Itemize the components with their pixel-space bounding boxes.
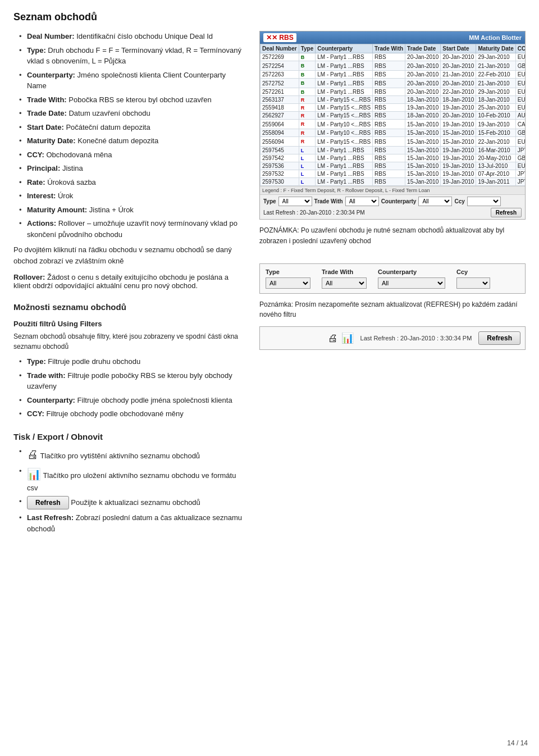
filter-section: Type Trade With Counterparty Ccy All All… [259,263,526,350]
td-tradedate: 20-Jan-2010 [405,88,441,96]
td-deal: 2597545 [261,147,299,154]
table-row[interactable]: 2572261 B LM - Party1 ...RBS RBS 20-Jan-… [261,88,526,96]
td-type: R [299,104,316,112]
th-ccy: CCY [515,44,525,53]
filter-refresh-button[interactable]: Refresh [478,331,520,345]
td-tradewith: RBS [373,53,405,61]
td-deal: 2572269 [261,53,299,61]
maturity-amount-item: Maturity Amount: Jistina + Úrok [19,204,246,216]
td-startdate: 20-Jan-2010 [441,61,476,71]
filter-counterparty-label: Counterparty [378,268,445,275]
type-text: Druh obchodu F = F = Termínovaný vklad, … [27,46,241,66]
td-startdate: 15-Jan-2010 [441,129,476,137]
filter-note: Poznámka: Prosím nezapomeňte seznam aktu… [259,299,526,320]
filter-icons: 🖨 📊 [328,332,354,344]
print-icon[interactable]: 🖨 [27,448,38,461]
td-counterparty: LM - Party1 ...RBS [316,147,373,154]
td-ccy: JPY [515,178,525,186]
td-type: B [299,71,316,79]
refresh-button[interactable]: Refresh [27,496,69,509]
export-icon[interactable]: 📊 [27,468,41,480]
td-tradedate: 20-Jan-2010 [405,53,441,61]
moznosti-title: Možnosti seznamu obchodů [13,302,246,312]
rbs-tradewith-select[interactable]: All [345,197,379,206]
table-row[interactable]: 2597536 L LM - Party1 ...RBS RBS 15-Jan-… [261,162,526,170]
filter-type-select[interactable]: All [266,277,310,289]
filter-counterparty-select[interactable]: All [378,277,445,289]
td-ccy: GBP [515,61,525,71]
table-row[interactable]: 2559418 R LM - Party15 <...RBS RBS 19-Ja… [261,104,526,112]
th-maturity: Maturity Date [476,44,515,53]
td-tradewith: RBS [373,61,405,71]
td-startdate: 19-Jan-2010 [441,170,476,178]
td-counterparty: LM - Party1 ...RBS [316,71,373,79]
table-row[interactable]: 2572263 B LM - Party1 ...RBS RBS 20-Jan-… [261,71,526,79]
filter-ccy-select[interactable] [456,277,490,289]
rbs-type-select[interactable]: All [278,197,312,206]
filter-tradewith-select[interactable]: All [322,277,367,289]
table-row[interactable]: 2562927 R LM - Party15 <...RBS RBS 18-Ja… [261,112,526,120]
rate-item: Rate: Úroková sazba [19,177,246,188]
table-row[interactable]: 2597530 L LM - Party1 ...RBS RBS 15-Jan-… [261,178,526,186]
table-row[interactable]: 2572254 B LM - Party1 ...RBS RBS 20-Jan-… [261,61,526,71]
table-row[interactable]: 2597532 L LM - Party1 ...RBS RBS 15-Jan-… [261,170,526,178]
tradewith-item: Trade With: Pobočka RBS se kterou byl ob… [19,94,246,106]
right-column: ✕✕ RBS MM Action Blotter Deal Number Typ… [259,31,526,537]
td-deal: 2563137 [261,96,299,104]
td-ccy: AUD [515,112,525,120]
print-icon-bottom[interactable]: 🖨 [328,333,338,344]
ccy-filter-label: CCY: [27,409,44,418]
filter-type-label: Type [266,268,310,275]
td-counterparty: LM - Party1 ...RBS [316,61,373,71]
td-tradedate: 15-Jan-2010 [405,162,441,170]
rollover-text: Žádost o cenu s detaily exitujícího obch… [13,273,229,290]
startdate-text: Počáteční datum depozita [66,123,150,131]
td-counterparty: LM - Party1 ...RBS [316,154,373,162]
filter-row-selects: All All All [266,277,519,289]
table-row[interactable]: 2572752 B LM - Party1 ...RBS RBS 20-Jan-… [261,79,526,88]
rbs-titlebar-left: ✕✕ RBS [263,33,296,42]
td-deal: 2572752 [261,79,299,88]
table-row[interactable]: 2597545 L LM - Party1 ...RBS RBS 15-Jan-… [261,147,526,154]
table-row[interactable]: 2563137 R LM - Party15 <...RBS RBS 18-Ja… [261,96,526,104]
table-row[interactable]: 2559064 R LM - Party10 <...RBS RBS 15-Ja… [261,120,526,129]
td-maturity: 18-Jan-2010 [476,96,515,104]
principal-text: Jistina [62,164,83,172]
double-click-note: Po dvojitém kliknutí na řádku obchodu v … [13,244,246,266]
principal-label: Principal: [27,164,60,172]
td-deal: 2597542 [261,154,299,162]
table-row[interactable]: 2597542 L LM - Party1 ...RBS RBS 15-Jan-… [261,154,526,162]
tradedate-label: Trade Date: [27,109,67,117]
td-tradewith: RBS [373,129,405,137]
counterparty-filter-item: Counterparty: Filtruje obchody podle jmé… [19,395,246,406]
field-description-list: Deal Number: Identifikační číslo obchodu… [13,31,246,240]
export-icon-bottom[interactable]: 📊 [341,332,354,344]
td-ccy: EUR [515,96,525,104]
rbs-ccy-select[interactable] [467,197,501,206]
td-tradewith: RBS [373,88,405,96]
td-ccy: GBP [515,129,525,137]
td-maturity: 22-Jan-2010 [476,137,515,147]
rbs-refresh-button[interactable]: Refresh [491,208,522,217]
td-deal: 2597532 [261,170,299,178]
type-filter-item: Type: Filtruje podle druhu obchodu [19,356,246,367]
rollover-title: Rollover: [13,273,45,281]
td-type: B [299,61,316,71]
table-row[interactable]: 2572269 B LM - Party1 ...RBS RBS 20-Jan-… [261,53,526,61]
rbs-counterparty-select[interactable]: All [418,197,452,206]
td-ccy: EUR [515,162,525,170]
type-filter-label: Type: [27,357,46,366]
td-tradewith: RBS [373,79,405,88]
td-maturity: 07-Apr-2010 [476,170,515,178]
td-type: B [299,88,316,96]
td-counterparty: LM - Party15 <...RBS [316,96,373,104]
export-item: 📊 Tlačítko pro uložení aktivního seznamu… [19,466,246,494]
td-maturity: 19-Jan-2011 [476,178,515,186]
type-label: Type: [27,46,46,54]
table-row[interactable]: 2558094 R LM - Party10 <...RBS RBS 15-Ja… [261,129,526,137]
rbs-header: MM Action Blotter [469,34,522,41]
td-ccy: GBP [515,154,525,162]
table-row[interactable]: 2556094 R LM - Party15 <...RBS RBS 15-Ja… [261,137,526,147]
type-filter-text: Filtruje podle druhu obchodu [48,357,140,366]
table-header-row: Deal Number Type Counterparty Trade With… [261,44,526,53]
